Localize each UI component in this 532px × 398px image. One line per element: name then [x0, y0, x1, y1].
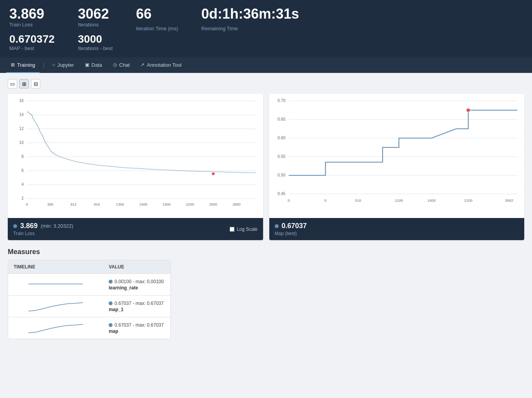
layout-single-btn[interactable]: ▭ — [8, 79, 17, 88]
train-loss-dot — [13, 224, 17, 228]
nav-jupyter-label: Jupyter — [57, 62, 74, 68]
map-best-footer: 0.67037 Map (best) — [269, 218, 525, 240]
svg-text:0.50: 0.50 — [277, 173, 286, 177]
train-loss-footer: 3.869 (min: 3.20322) Train Loss Log Scal… — [8, 218, 263, 240]
iterations-best-value: 3000 — [78, 34, 113, 45]
map-best-svg: 0.70 0.65 0.60 0.55 0.50 0.45 0 0 510 11… — [272, 97, 522, 209]
nav-jupyter[interactable]: ○ Jupyter — [48, 57, 79, 73]
map-best-footer-number: 0.67037 — [282, 222, 307, 230]
map-sparkline — [14, 320, 98, 334]
map1-sparkline — [14, 299, 98, 313]
map-value-line: 0.67037 - max: 0.67037 — [109, 322, 165, 328]
measure-sparkline-map1 — [8, 296, 103, 317]
nav-annotation[interactable]: ↗ Annotation Tool — [136, 57, 186, 73]
nav-annotation-label: Annotation Tool — [147, 62, 181, 68]
measures-header: TIMELINE VALUE — [8, 260, 170, 273]
layout-double-btn[interactable]: ⊞ — [19, 79, 29, 88]
nav-chat-label: Chat — [119, 62, 130, 68]
svg-text:16: 16 — [19, 99, 24, 103]
train-loss-chart: 16 14 12 10 8 6 4 2 0 306 612 918 1300 1… — [8, 94, 263, 240]
svg-point-26 — [211, 172, 215, 175]
header: 3.869 Train Loss 0.670372 MAP - best 306… — [0, 0, 532, 57]
measure-row-map1: 0.67037 - max: 0.67037 map_1 — [8, 295, 170, 317]
nav-training-label: Training — [17, 62, 35, 68]
iterations-value: 3062 — [78, 7, 113, 21]
svg-text:0.60: 0.60 — [277, 136, 286, 140]
iterations-best-label: Iterations - best — [78, 45, 113, 51]
map-best-footer-left: 0.67037 Map (best) — [275, 222, 307, 236]
svg-text:612: 612 — [71, 202, 77, 206]
map-dot — [109, 323, 113, 327]
map1-value-text: 0.67037 - max: 0.67037 — [114, 301, 164, 306]
svg-text:2: 2 — [21, 196, 24, 201]
svg-text:918: 918 — [94, 202, 100, 206]
nav-training[interactable]: ⊞ Training — [6, 57, 40, 73]
metric-group-remaining: 0d:1h:36m:31s Remaining Time — [201, 7, 299, 31]
map-best-chart-area: 0.70 0.65 0.60 0.55 0.50 0.45 0 0 510 11… — [269, 94, 525, 218]
iter-time-label: Iteration Time (ms) — [136, 26, 178, 31]
log-scale-label: Log Scale — [237, 227, 257, 232]
nav-data-label: Data — [92, 62, 102, 68]
map1-name: map_1 — [109, 307, 165, 312]
grid-icon: ⊞ — [11, 62, 15, 67]
measures-title: Measures — [8, 248, 524, 256]
database-icon: ▣ — [85, 62, 89, 67]
charts-row: 16 14 12 10 8 6 4 2 0 306 612 918 1300 1… — [8, 94, 524, 240]
lr-dot — [109, 280, 113, 284]
svg-text:510: 510 — [355, 199, 361, 202]
svg-text:4: 4 — [21, 182, 24, 187]
measure-value-map: 0.67037 - max: 0.67037 map — [103, 319, 170, 337]
measure-sparkline-lr — [8, 274, 103, 295]
svg-text:0: 0 — [324, 199, 326, 202]
svg-text:0: 0 — [288, 199, 289, 202]
measures-table: TIMELINE VALUE 0.00100 - max: 0.00100 le… — [8, 260, 171, 339]
map-name: map — [109, 329, 165, 334]
value-header: VALUE — [103, 260, 170, 273]
train-loss-svg: 16 14 12 10 8 6 4 2 0 306 612 918 1300 1… — [11, 97, 260, 209]
nav-chat[interactable]: ◷ Chat — [108, 57, 134, 73]
svg-text:2500: 2500 — [209, 202, 217, 206]
svg-point-46 — [466, 108, 470, 112]
svg-text:2100: 2100 — [464, 199, 472, 202]
svg-text:1600: 1600 — [427, 199, 435, 202]
remaining-time-value: 0d:1h:36m:31s — [201, 7, 299, 21]
lr-value-text: 0.00100 - max: 0.00100 — [114, 279, 164, 284]
svg-text:1100: 1100 — [395, 199, 403, 202]
remaining-time-label: Remaining Time — [201, 26, 299, 31]
svg-text:0: 0 — [26, 202, 28, 206]
map-best-dot — [275, 224, 279, 228]
external-icon: ↗ — [140, 62, 144, 67]
log-scale-toggle[interactable]: Log Scale — [230, 227, 257, 232]
map1-value-line: 0.67037 - max: 0.67037 — [109, 301, 165, 306]
svg-text:0.65: 0.65 — [277, 117, 286, 121]
nav-divider: | — [43, 62, 44, 69]
map-best-chart: 0.70 0.65 0.60 0.55 0.50 0.45 0 0 510 11… — [269, 94, 525, 240]
measure-sparkline-map — [8, 317, 103, 339]
layout-toggles: ▭ ⊞ ⊟ — [8, 79, 524, 88]
map1-dot — [109, 301, 113, 305]
map-best-footer-value: 0.67037 — [275, 222, 307, 230]
train-loss-chart-area: 16 14 12 10 8 6 4 2 0 306 612 918 1300 1… — [8, 94, 263, 218]
log-scale-checkbox[interactable] — [230, 227, 234, 232]
train-loss-footer-number: 3.869 — [20, 222, 38, 230]
train-loss-value: 3.869 — [9, 7, 55, 21]
train-loss-footer-value: 3.869 (min: 3.20322) — [13, 222, 73, 230]
layout-triple-btn[interactable]: ⊟ — [31, 79, 40, 88]
circle-icon: ○ — [52, 62, 55, 67]
navbar: ⊞ Training | ○ Jupyter ▣ Data ◷ Chat ↗ A… — [0, 57, 532, 73]
svg-text:12: 12 — [19, 126, 24, 131]
svg-text:6: 6 — [21, 168, 24, 173]
measure-value-lr: 0.00100 - max: 0.00100 learning_rate — [103, 276, 170, 294]
train-loss-label: Train Loss — [9, 22, 55, 28]
svg-text:1900: 1900 — [163, 202, 171, 206]
train-loss-footer-label: Train Loss — [13, 231, 73, 236]
timeline-header: TIMELINE — [8, 260, 103, 273]
iter-time-value: 66 — [136, 7, 178, 21]
metric-group-iterations: 3062 Iterations 3000 Iterations - best — [78, 7, 113, 51]
nav-data[interactable]: ▣ Data — [80, 57, 107, 73]
main-content: ▭ ⊞ ⊟ 16 14 12 — [0, 73, 532, 345]
svg-text:8: 8 — [21, 154, 24, 159]
iterations-label: Iterations — [78, 22, 113, 28]
map-best-label: MAP - best — [9, 45, 55, 51]
metric-group-iter-time: 66 Iteration Time (ms) — [136, 7, 178, 31]
